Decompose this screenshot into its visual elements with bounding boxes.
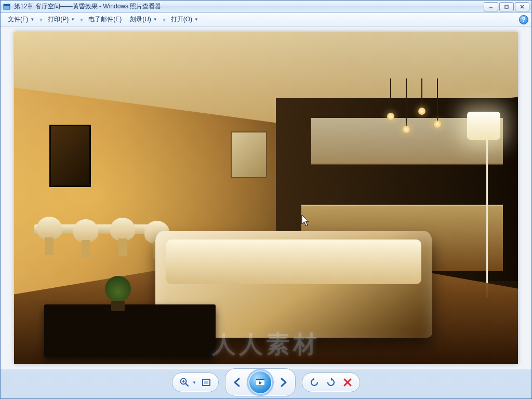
close-button[interactable] (515, 2, 529, 11)
svg-line-7 (185, 383, 188, 386)
zoom-button[interactable] (177, 375, 192, 390)
menu-burn[interactable]: 刻录(U)▼ (126, 13, 162, 26)
next-button[interactable] (275, 375, 291, 390)
chevron-down-icon[interactable]: ▼ (192, 380, 196, 385)
fit-window-button[interactable] (198, 375, 214, 390)
maximize-button[interactable] (499, 2, 514, 11)
slideshow-button[interactable] (248, 370, 272, 394)
menu-email[interactable]: 电子邮件(E) (84, 13, 126, 26)
window-controls (484, 2, 529, 11)
rotate-cw-button[interactable] (323, 375, 339, 390)
chevron-down-icon: ▼ (153, 17, 157, 22)
rotate-group (302, 373, 360, 392)
photo-content (14, 32, 518, 364)
viewer-area (1, 26, 531, 369)
previous-button[interactable] (230, 375, 245, 390)
minimize-button[interactable] (484, 2, 498, 11)
svg-rect-1 (4, 4, 10, 6)
rotate-ccw-button[interactable] (307, 375, 322, 390)
menu-print-label: 打印(P) (48, 15, 69, 24)
menu-burn-label: 刻录(U) (130, 15, 151, 24)
render-wallart-left (49, 125, 91, 187)
mouse-cursor-icon (301, 215, 311, 229)
titlebar: 第12章 客厅空间——黄昏效果 - Windows 照片查看器 (1, 1, 531, 13)
menu-separator: ▾ (79, 16, 84, 23)
help-button[interactable]: ? (519, 15, 528, 24)
menu-file-label: 文件(F) (8, 15, 28, 24)
menu-separator: ▾ (38, 16, 44, 23)
window-title: 第12章 客厅空间——黄昏效果 - Windows 照片查看器 (14, 2, 484, 11)
menu-email-label: 电子邮件(E) (88, 15, 122, 24)
render-pendant-lights (385, 78, 447, 141)
nav-group (225, 368, 296, 396)
svg-rect-11 (204, 381, 208, 384)
chevron-down-icon: ▼ (30, 17, 34, 22)
zoom-group: ▼ (172, 373, 219, 392)
render-plant (105, 275, 131, 311)
menu-file[interactable]: 文件(F)▼ (4, 13, 38, 26)
app-icon (3, 3, 11, 11)
render-dining (34, 205, 165, 271)
render-coffee-table (44, 304, 216, 357)
menu-separator: ▾ (162, 16, 167, 23)
viewer-toolbar: ▼ (1, 369, 531, 398)
chevron-down-icon: ▼ (71, 17, 75, 22)
svg-rect-13 (256, 379, 264, 380)
menu-open-label: 打开(O) (171, 15, 192, 24)
menu-print[interactable]: 打印(P)▼ (44, 13, 79, 26)
render-floorlamp-stand (486, 131, 488, 298)
render-floorlamp-shade (467, 112, 500, 140)
render-wallart-mid (231, 131, 267, 178)
delete-button[interactable] (340, 375, 355, 390)
menu-open[interactable]: 打开(O)▼ (167, 13, 203, 26)
help-icon: ? (522, 16, 525, 23)
chevron-down-icon: ▼ (194, 17, 198, 22)
svg-rect-3 (505, 5, 508, 8)
menubar: 文件(F)▼ ▾ 打印(P)▼ ▾ 电子邮件(E) 刻录(U)▼ ▾ 打开(O)… (1, 13, 531, 26)
